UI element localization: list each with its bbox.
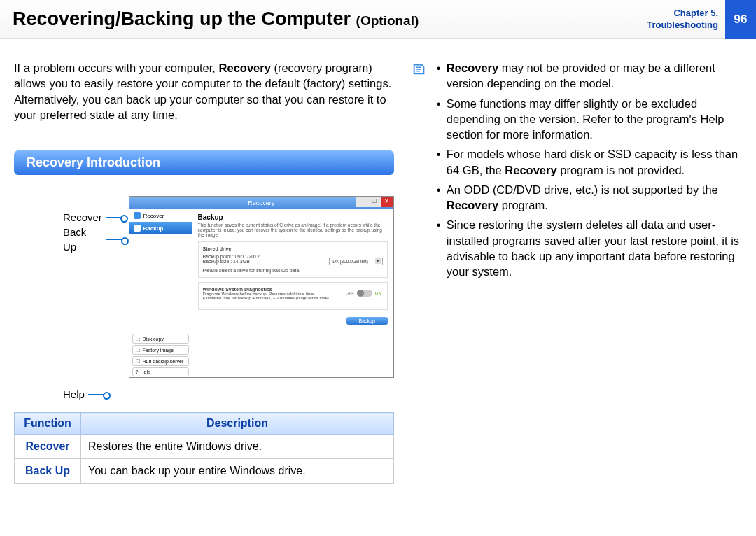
- callout-line-icon: [88, 394, 108, 395]
- intro-part1: If a problem occurs with your computer,: [14, 62, 219, 74]
- th-description: Description: [81, 413, 394, 435]
- function-table: Function Description Recover Restores th…: [14, 412, 394, 484]
- factory-icon: ⬚: [136, 347, 141, 353]
- server-icon: ⬚: [136, 358, 141, 364]
- note-item: An ODD (CD/DVD drive, etc.) is not suppo…: [434, 182, 742, 213]
- sidebar-bottom-diskcopy[interactable]: ⬚Disk copy: [132, 334, 189, 344]
- cell-desc: Restores the entire Windows drive.: [81, 435, 394, 459]
- cell-fn: Recover: [15, 435, 81, 459]
- sidebar-label: Factory image: [143, 348, 174, 353]
- window-titlebar: Recovery — ☐ ✕: [130, 197, 393, 209]
- toggle-track-icon: [357, 290, 372, 297]
- note-text: Since restoring the system deletes all d…: [447, 218, 739, 278]
- disk-icon: ⬚: [136, 336, 141, 341]
- table-row: Recover Restores the entire Windows driv…: [15, 435, 394, 459]
- chapter-info: Chapter 5. Troubleshooting: [647, 8, 718, 31]
- recovery-app-screenshot: Recovery — ☐ ✕ Recover Backup ⬚Disk copy…: [129, 196, 394, 378]
- intro-bold1: Recovery: [219, 62, 271, 74]
- callout-backup: Back Up: [63, 225, 103, 254]
- intro-paragraph: If a problem occurs with your computer, …: [14, 60, 394, 122]
- note-item: Some functions may differ slightly or be…: [434, 96, 742, 143]
- header-right: Chapter 5. Troubleshooting 96: [647, 0, 756, 39]
- panel1-line3: Please select a drive for storing backup…: [203, 268, 383, 273]
- stored-drive-panel: Stored drive Backup point : 09/11/2012 B…: [198, 241, 388, 278]
- recover-icon: [134, 212, 141, 219]
- note-bold: Recovery: [505, 164, 556, 176]
- note-box: Recovery may not be provided or may be a…: [412, 60, 742, 295]
- close-icon[interactable]: ✕: [381, 197, 393, 207]
- sidebar-label: Run backup server: [143, 359, 184, 364]
- note-text: program.: [498, 199, 548, 211]
- callout-line-icon: [106, 239, 126, 240]
- note-text: program is not provided.: [557, 164, 685, 176]
- note-list: Recovery may not be provided or may be a…: [434, 60, 742, 283]
- backup-button[interactable]: Backup: [346, 317, 388, 325]
- sidebar-item-recover[interactable]: Recover: [130, 209, 192, 222]
- window-title: Recovery: [248, 199, 274, 206]
- page-header: Recovering/Backing up the Computer (Opti…: [0, 0, 756, 39]
- sidebar-label: Backup: [144, 225, 164, 232]
- note-item: Since restoring the system deletes all d…: [434, 217, 742, 279]
- sidebar-label: Recover: [144, 213, 164, 219]
- backup-icon: [134, 225, 141, 232]
- screenshot-main: Backup This function saves the current s…: [192, 209, 393, 377]
- page-number-badge: 96: [725, 0, 756, 39]
- chapter-line2: Troubleshooting: [647, 20, 718, 31]
- left-column: If a problem occurs with your computer, …: [14, 60, 394, 484]
- screenshot-sidebar: Recover Backup ⬚Disk copy ⬚Factory image…: [130, 209, 192, 377]
- sidebar-label: Help: [140, 369, 150, 374]
- th-function: Function: [15, 413, 81, 435]
- note-bold: Recovery: [447, 199, 498, 211]
- note-text: An ODD (CD/DVD drive, etc.) is not suppo…: [447, 183, 718, 196]
- main-heading: Backup: [198, 213, 388, 221]
- sidebar-item-backup[interactable]: Backup: [130, 222, 192, 234]
- callout-recover: Recover: [63, 210, 102, 225]
- callout-line-icon: [106, 217, 125, 218]
- cell-fn: Back Up: [15, 459, 81, 484]
- help-icon: ?: [136, 369, 139, 374]
- sidebar-bottom-factory[interactable]: ⬚Factory image: [132, 345, 189, 355]
- note-text: Some functions may differ slightly or be…: [447, 97, 724, 141]
- drive-dropdown[interactable]: D:\ (300.0GB left): [329, 258, 383, 265]
- sidebar-bottom-help[interactable]: ?Help: [132, 367, 189, 376]
- cell-desc: You can back up your entire Windows driv…: [81, 459, 394, 484]
- page-title: Recovering/Backing up the Computer (Opti…: [13, 8, 419, 30]
- title-main: Recovering/Backing up the Computer: [13, 8, 351, 29]
- chapter-line1: Chapter 5.: [647, 8, 718, 19]
- diagnostics-toggle[interactable]: OFF ON: [346, 290, 382, 297]
- main-desc: This function saves the current status o…: [198, 223, 388, 237]
- callout-help: Help: [63, 387, 85, 402]
- window-controls: — ☐ ✕: [356, 197, 393, 207]
- maximize-icon[interactable]: ☐: [368, 197, 381, 207]
- table-row: Back Up You can back up your entire Wind…: [15, 459, 394, 484]
- note-bold: Recovery: [447, 62, 498, 74]
- note-item: For models whose hard disk or SSD capaci…: [434, 146, 742, 178]
- callout-labels: Recover Back Up Help: [63, 196, 126, 402]
- toggle-off-label: OFF: [346, 291, 354, 295]
- note-item: Recovery may not be provided or may be a…: [434, 60, 742, 92]
- minimize-icon[interactable]: —: [356, 197, 368, 207]
- right-column: Recovery may not be provided or may be a…: [412, 60, 742, 484]
- panel1-title: Stored drive: [203, 246, 383, 251]
- toggle-on-label: ON: [375, 291, 382, 295]
- note-icon: [412, 62, 427, 80]
- section-heading: Recovery Introduction: [14, 150, 394, 175]
- diagnostics-panel: Windows System Diagnostics Diagnose Wind…: [198, 282, 388, 310]
- sidebar-bottom-server[interactable]: ⬚Run backup server: [132, 356, 189, 366]
- screenshot-group: Recover Back Up Help Recovery — ☐ ✕ Reco…: [63, 196, 394, 402]
- sidebar-label: Disk copy: [143, 337, 164, 341]
- title-optional: (Optional): [356, 13, 419, 28]
